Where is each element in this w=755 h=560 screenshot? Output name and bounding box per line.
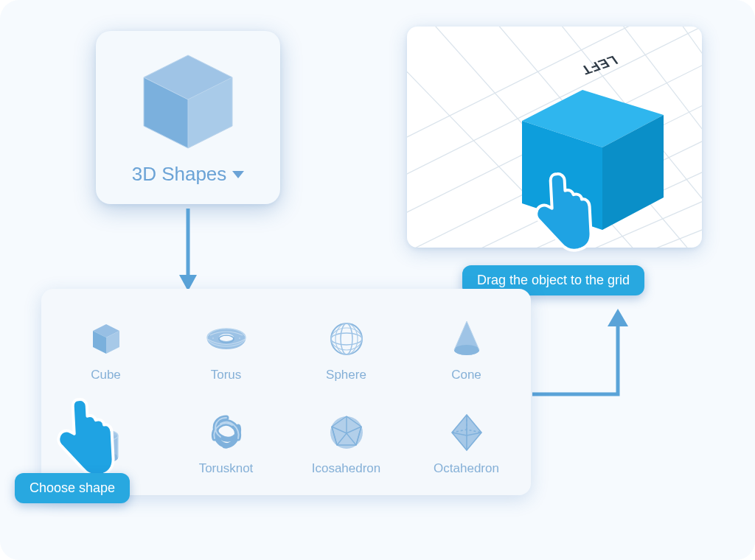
svg-marker-23 — [608, 309, 628, 326]
icosahedron-icon — [328, 414, 365, 451]
axis-label-left: LEFT — [578, 53, 622, 77]
shapes-dropdown-label: 3D Shapes — [132, 163, 227, 186]
shape-item-icosahedron[interactable]: Icosahedron — [286, 390, 406, 483]
arrow-down-icon — [178, 209, 198, 291]
shape-item-torusknot[interactable]: Torusknot — [166, 390, 286, 483]
shape-item-label: Torus — [211, 368, 242, 382]
cube-icon — [136, 49, 240, 153]
sphere-icon — [329, 321, 364, 357]
shape-item-octahedron[interactable]: Octahedron — [406, 390, 526, 483]
shape-item-cone[interactable]: Cone — [406, 296, 526, 390]
tooltip-choose-text: Choose shape — [29, 480, 115, 495]
svg-point-38 — [454, 345, 479, 355]
shape-item-sphere[interactable]: Sphere — [286, 296, 406, 390]
shape-item-label: Torusknot — [199, 461, 254, 476]
shape-item-label: Cube — [91, 368, 121, 382]
shape-item-torus[interactable]: Torus — [166, 296, 286, 390]
shape-item-label: Octahedron — [434, 461, 499, 476]
tutorial-stage: 3D Shapes — [0, 0, 755, 560]
torus-icon — [205, 321, 248, 357]
tooltip-choose: Choose shape — [15, 473, 130, 503]
tooltip-drag-text: Drag the object to the grid — [477, 273, 630, 287]
arrow-elbow-up-icon — [531, 306, 649, 415]
shape-item-label: Cone — [451, 368, 481, 382]
shape-item-cube[interactable]: Cube — [46, 296, 166, 390]
shape-item-label: Sphere — [326, 368, 366, 382]
chevron-down-icon — [232, 171, 244, 178]
torusknot-icon — [207, 414, 246, 451]
shape-item-label: Icosahedron — [312, 461, 381, 476]
cube-icon — [89, 321, 123, 357]
shapes-dropdown-card[interactable]: 3D Shapes — [96, 31, 280, 204]
hand-cursor-icon — [529, 169, 594, 256]
hand-cursor-icon — [53, 396, 115, 479]
octahedron-icon — [450, 414, 483, 451]
cone-icon — [452, 321, 481, 357]
